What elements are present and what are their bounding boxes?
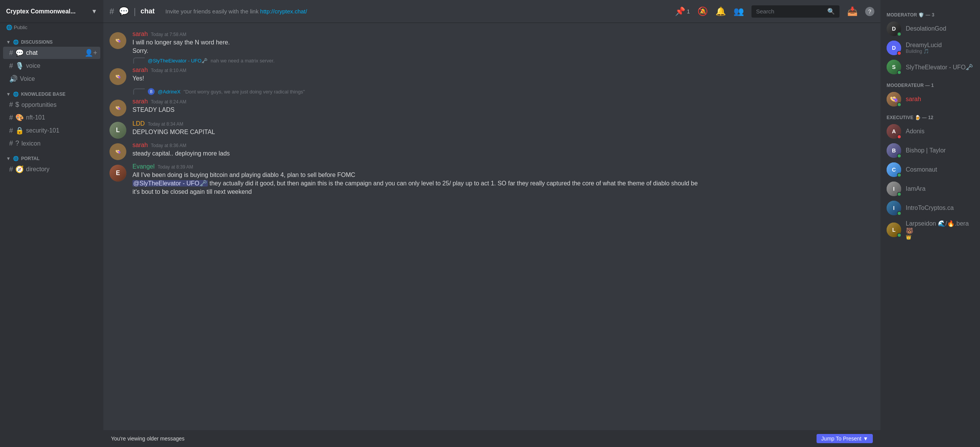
sidebar: Cryptex Commonweal... ▼ 🌐 Public ▼ 🌐 DIS…: [0, 0, 103, 447]
avatar: 👒: [109, 100, 126, 116]
message-text: I will no longer say the N word here. So…: [132, 38, 874, 55]
reply-mention[interactable]: @SlyTheElevator - UFO🗝️: [148, 58, 207, 64]
member-bishop-taylor[interactable]: B Bishop | Taylor: [884, 141, 977, 160]
message-timestamp: Today at 8:36 AM: [151, 143, 186, 148]
pinned-button[interactable]: 📌 1: [675, 7, 690, 16]
message-text: All I've been doing is buying bitcoin an…: [132, 171, 874, 196]
avatar: E: [109, 165, 126, 182]
add-member-icon[interactable]: 👤+: [85, 49, 97, 57]
member-sub: Building 🎵: [906, 49, 942, 54]
members-button[interactable]: 👥: [733, 7, 744, 16]
chat-header-icon: 💬: [119, 7, 129, 16]
help-button[interactable]: ?: [865, 7, 874, 16]
channel-nft-101[interactable]: # 🎨 nft-101: [3, 111, 100, 124]
member-name: SlyTheElevator - UFO🗝️: [906, 64, 973, 71]
help-icon: ?: [865, 7, 874, 16]
mooderateur-section-title: MOODERATEUR — 1: [884, 77, 977, 90]
member-introtocryptos[interactable]: I IntroToCryptos.ca: [884, 198, 977, 218]
message-content: sarah Today at 7:58 AM I will no longer …: [132, 31, 874, 55]
message-content: sarah Today at 8:10 AM Yes!: [132, 67, 874, 85]
member-cosmonaut[interactable]: C Cosmonaut: [884, 160, 977, 179]
member-slytheelevator[interactable]: S SlyTheElevator - UFO🗝️: [884, 57, 977, 77]
message-group: E Evangel Today at 8:39 AM All I've been…: [103, 162, 880, 198]
mention[interactable]: @SlyTheElevator - UFO🗝️: [132, 180, 208, 187]
avatar: I: [887, 182, 901, 196]
status-indicator: [897, 233, 902, 237]
message-timestamp: Today at 7:58 AM: [151, 32, 186, 37]
header-divider: |: [134, 7, 136, 16]
message-group: L LDD Today at 8:34 AM DEPLOYING MORE CA…: [103, 119, 880, 140]
avatar: 👒: [109, 143, 126, 160]
message-username[interactable]: sarah: [132, 142, 148, 149]
notification-button[interactable]: 🔔: [715, 7, 726, 16]
member-adonis[interactable]: A Adonis: [884, 122, 977, 141]
member-larpseidon[interactable]: L Larpseidon 🌊/🔥.bera 🐻 👑: [884, 218, 977, 242]
lock-icon: 🔒: [15, 126, 24, 135]
search-bar[interactable]: 🔍: [751, 5, 840, 18]
art-icon: 🎨: [15, 113, 24, 122]
bell-slash-icon: 🔕: [697, 7, 708, 16]
message-content: LDD Today at 8:34 AM DEPLOYING MORE CAPI…: [132, 120, 874, 139]
invite-link[interactable]: http://cryptex.chat/: [260, 8, 307, 15]
member-dreamylucid[interactable]: D DreamyLucid Building 🎵: [884, 38, 977, 57]
hash-icon: #: [9, 127, 13, 135]
status-indicator: [897, 211, 902, 216]
reply-indicator: @SlyTheElevator - UFO🗝️ nah we need a ma…: [103, 57, 880, 64]
search-input[interactable]: [756, 8, 824, 15]
message-timestamp: Today at 8:34 AM: [148, 121, 183, 127]
older-messages-bar: You're viewing older messages Jump To Pr…: [103, 430, 880, 447]
channel-voice-text[interactable]: # 🎙️ voice: [3, 60, 100, 72]
channel-security-101[interactable]: # 🔒 security-101: [3, 124, 100, 137]
server-header[interactable]: Cryptex Commonweal... ▼: [0, 0, 103, 23]
status-indicator: [897, 102, 902, 107]
invite-text: Invite your friends easily with the link…: [165, 8, 307, 15]
channel-directory[interactable]: # 🧭 directory: [3, 163, 100, 175]
message-username[interactable]: sarah: [132, 67, 148, 74]
message-timestamp: Today at 8:39 AM: [158, 164, 193, 170]
hash-icon: #: [9, 101, 13, 109]
hash-icon: #: [9, 165, 13, 174]
section-portal[interactable]: ▼ 🌐 PORTAL: [0, 150, 103, 163]
status-indicator: [897, 154, 902, 158]
channel-chat-label: chat: [26, 49, 38, 56]
reply-text: nah we need a matrix server.: [211, 58, 274, 64]
executive-section-title: EXECUTIVE 🍺 — 12: [884, 109, 977, 122]
message-username[interactable]: LDD: [132, 120, 145, 127]
channel-directory-label: directory: [26, 166, 49, 173]
message-timestamp: Today at 8:24 AM: [151, 99, 186, 105]
member-sarah[interactable]: 👒 sarah: [884, 90, 977, 109]
section-knowledge-base[interactable]: ▼ 🌐 KNOWLEDGE BASE: [0, 85, 103, 98]
member-iamara[interactable]: I IamAra: [884, 179, 977, 198]
message-username[interactable]: sarah: [132, 98, 148, 105]
status-indicator: [897, 134, 902, 139]
message-header: LDD Today at 8:34 AM: [132, 120, 874, 127]
channel-voice[interactable]: 🔊 Voice: [3, 73, 100, 85]
question-icon: ?: [15, 139, 19, 147]
channel-lexicon[interactable]: # ? lexicon: [3, 138, 100, 149]
member-desolationgod[interactable]: D DesolationGod: [884, 19, 977, 38]
message-username[interactable]: sarah: [132, 31, 148, 38]
channel-chat[interactable]: # 💬 chat 👤+: [3, 47, 100, 59]
message-text: steady capital.. deploying more lads: [132, 149, 874, 158]
inbox-button[interactable]: 📥: [847, 7, 858, 16]
message-username[interactable]: Evangel: [132, 163, 155, 170]
jump-to-present-button[interactable]: Jump To Present ▼: [817, 434, 873, 443]
message-header: Evangel Today at 8:39 AM: [132, 163, 874, 170]
section-discussions[interactable]: ▼ 🌐 DISCUSSIONS: [0, 33, 103, 46]
message-text: DEPLOYING MORE CAPITAL: [132, 128, 874, 136]
reply-avatar-small: B: [148, 88, 155, 95]
channel-header-name: chat: [140, 7, 155, 15]
globe-icon: 🌐: [13, 92, 19, 97]
mute-button[interactable]: 🔕: [697, 7, 708, 16]
reply-text: "Dont worry guys, we are just doing very…: [183, 89, 305, 95]
channel-security-101-label: security-101: [26, 127, 59, 134]
member-name: Larpseidon 🌊/🔥.bera 🐻: [906, 220, 974, 234]
message-with-reply: @SlyTheElevator - UFO🗝️ nah we need a ma…: [103, 57, 880, 87]
message-text: STEADY LADS: [132, 106, 874, 114]
message-timestamp: Today at 8:10 AM: [151, 68, 186, 73]
message-content: Evangel Today at 8:39 AM All I've been d…: [132, 163, 874, 196]
channel-opportunities[interactable]: # $ opportunities: [3, 99, 100, 111]
channel-header: # 💬 | chat Invite your friends easily wi…: [103, 0, 880, 23]
avatar: S: [887, 60, 901, 74]
reply-mention[interactable]: @AdrineX: [158, 89, 180, 95]
